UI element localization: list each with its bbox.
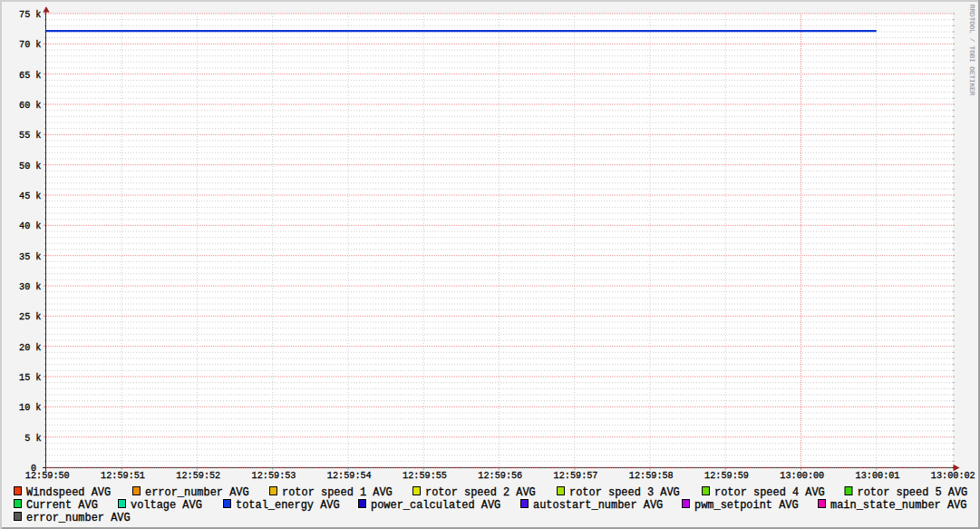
svg-text:Current AVG: Current AVG: [26, 499, 98, 512]
svg-text:12:59:54: 12:59:54: [327, 471, 372, 481]
svg-text:error_number AVG: error_number AVG: [26, 512, 131, 524]
svg-text:12:59:59: 12:59:59: [704, 471, 749, 481]
svg-text:pwm_setpoint AVG: pwm_setpoint AVG: [694, 499, 799, 512]
svg-text:12:59:50: 12:59:50: [25, 471, 70, 481]
svg-text:RRDTOOL / TOBI OETIKER: RRDTOOL / TOBI OETIKER: [968, 5, 975, 96]
svg-text:rotor speed 3 AVG: rotor speed 3 AVG: [569, 486, 680, 499]
svg-text:55 k: 55 k: [19, 131, 41, 141]
svg-text:rotor speed 2 AVG: rotor speed 2 AVG: [425, 486, 536, 499]
svg-text:25 k: 25 k: [19, 312, 41, 322]
svg-text:13:00:00: 13:00:00: [780, 471, 824, 481]
svg-text:12:59:55: 12:59:55: [403, 471, 447, 481]
svg-text:12:59:51: 12:59:51: [101, 471, 145, 481]
svg-text:20 k: 20 k: [19, 343, 41, 353]
svg-text:voltage AVG: voltage AVG: [131, 499, 202, 512]
svg-text:13:00:01: 13:00:01: [856, 471, 900, 481]
svg-text:70 k: 70 k: [19, 40, 41, 50]
svg-text:12:59:53: 12:59:53: [252, 471, 296, 481]
svg-text:autostart_number AVG: autostart_number AVG: [533, 499, 663, 512]
svg-text:rotor speed 1 AVG: rotor speed 1 AVG: [282, 486, 393, 499]
svg-text:45 k: 45 k: [19, 191, 41, 201]
svg-text:rotor speed 4 AVG: rotor speed 4 AVG: [714, 486, 825, 499]
svg-text:13:00:02: 13:00:02: [931, 471, 975, 481]
svg-text:75 k: 75 k: [19, 10, 41, 20]
svg-text:12:59:57: 12:59:57: [554, 471, 598, 481]
svg-text:12:59:52: 12:59:52: [176, 471, 220, 481]
svg-text:40 k: 40 k: [19, 221, 41, 231]
svg-text:5 k: 5 k: [24, 434, 41, 444]
svg-text:65 k: 65 k: [19, 71, 41, 81]
svg-text:60 k: 60 k: [19, 101, 41, 111]
svg-text:power_calculated AVG: power_calculated AVG: [371, 499, 500, 512]
svg-text:30 k: 30 k: [19, 282, 41, 292]
svg-text:rotor speed 5 AVG: rotor speed 5 AVG: [858, 486, 968, 499]
svg-text:12:59:56: 12:59:56: [478, 471, 522, 481]
svg-text:35 k: 35 k: [19, 252, 41, 262]
svg-text:Windspeed AVG: Windspeed AVG: [26, 486, 111, 499]
svg-text:main_state_number AVG: main_state_number AVG: [830, 499, 966, 512]
svg-text:total_energy AVG: total_energy AVG: [236, 499, 340, 512]
svg-text:15 k: 15 k: [19, 373, 41, 383]
svg-text:50 k: 50 k: [19, 162, 41, 171]
svg-text:12:59:58: 12:59:58: [629, 471, 674, 481]
svg-text:error_number AVG: error_number AVG: [145, 486, 249, 499]
svg-text:10 k: 10 k: [19, 403, 41, 413]
